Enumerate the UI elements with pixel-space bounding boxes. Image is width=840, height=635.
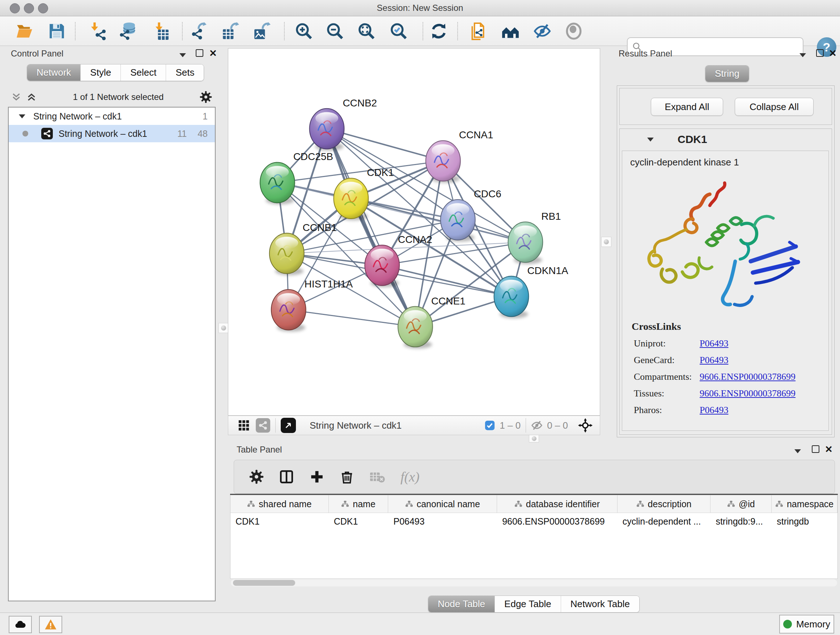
column-header-name[interactable]: name (329, 495, 388, 513)
tab-sets[interactable]: Sets (166, 65, 204, 81)
column-header-shared-name[interactable]: shared name (231, 495, 329, 513)
table-row[interactable]: CDK1CDK1P064939606.ENSP00000378699cyclin… (231, 513, 837, 530)
save-session-button[interactable] (47, 21, 67, 41)
export-image-button[interactable] (252, 21, 272, 41)
zoom-in-button[interactable] (294, 21, 314, 41)
network-node-rb1[interactable] (508, 222, 543, 264)
column-header-canonical-name[interactable]: canonical name (388, 495, 497, 513)
delete-table-icon[interactable] (369, 470, 385, 484)
tab-node-table[interactable]: Node Table (428, 596, 494, 612)
table-cell[interactable]: CDK1 (231, 516, 329, 527)
expand-all-icon[interactable] (26, 92, 37, 103)
network-node-cdc6[interactable] (441, 200, 475, 241)
cdk1-entry-header[interactable]: CDK1 (620, 129, 832, 150)
network-node-cdc25b[interactable] (260, 162, 295, 204)
table-cell[interactable]: 9606.ENSP00000378699 (497, 516, 617, 527)
zoom-fit-button[interactable] (356, 21, 377, 41)
share-view-icon[interactable] (256, 418, 270, 432)
network-canvas[interactable]: CCNB2CCNA1CDC25BCDK1CDC6RB1CCNB1CCNA2CDK… (228, 48, 600, 416)
column-header--id[interactable]: @id (711, 495, 772, 513)
network-graph[interactable]: CCNB2CCNA1CDC25BCDK1CDC6RB1CCNB1CCNA2CDK… (228, 49, 600, 415)
expand-all-button[interactable]: Expand All (651, 98, 723, 116)
tab-network[interactable]: Network (27, 65, 80, 81)
network-edge[interactable] (382, 265, 511, 296)
zoom-selected-button[interactable] (388, 21, 409, 41)
add-column-icon[interactable] (309, 469, 325, 485)
network-from-file-button[interactable] (468, 21, 488, 41)
crosslink-link[interactable]: P06493 (699, 405, 728, 416)
tab-edge-table[interactable]: Edge Table (494, 596, 561, 612)
tab-network-table[interactable]: Network Table (561, 596, 639, 612)
import-network-file-button[interactable] (88, 21, 108, 41)
collapse-all-icon[interactable] (11, 92, 22, 103)
network-node-cdkn1a[interactable] (494, 276, 529, 318)
network-node-ccna2[interactable] (365, 245, 399, 287)
crosslink-link[interactable]: P06493 (699, 355, 728, 366)
entry-expander-icon[interactable] (647, 138, 654, 141)
table-cell[interactable]: P06493 (388, 516, 497, 527)
network-node-cdk1[interactable] (333, 178, 368, 220)
collection-expander-icon[interactable] (19, 114, 25, 119)
network-node-ccne1[interactable] (398, 307, 433, 348)
network-edge[interactable] (327, 129, 415, 327)
scrollbar-thumb[interactable] (233, 580, 295, 586)
selected-checkbox-icon[interactable] (485, 420, 495, 431)
panel-menu-icon[interactable] (794, 448, 801, 455)
table-cell[interactable]: stringdb (772, 516, 837, 527)
grid-view-icon[interactable] (238, 419, 250, 432)
home-button[interactable] (500, 21, 521, 41)
tab-string[interactable]: String (706, 65, 749, 82)
delete-column-icon[interactable] (340, 470, 354, 484)
crosslink-link[interactable]: 9606.ENSP00000378699 (699, 371, 796, 382)
float-panel-icon[interactable] (812, 445, 819, 454)
pan-crosshair-icon[interactable] (578, 418, 592, 432)
table-cell[interactable]: CDK1 (329, 516, 388, 527)
table-cell[interactable]: stringdb:9... (711, 516, 772, 527)
bottom-splitter-handle[interactable] (529, 434, 539, 442)
right-splitter-handle[interactable] (601, 237, 611, 247)
network-row-selected[interactable]: String Network – cdk1 11 48 (9, 125, 215, 142)
column-header-database-identifier[interactable]: database identifier (497, 495, 617, 513)
panel-menu-icon[interactable] (180, 52, 186, 59)
crosslink-link[interactable]: P06493 (699, 338, 728, 349)
panel-menu-icon[interactable] (799, 52, 806, 59)
collapse-all-button[interactable]: Collapse All (735, 98, 813, 116)
network-node-ccnb1[interactable] (270, 233, 304, 275)
warning-button[interactable] (39, 616, 62, 633)
close-panel-icon[interactable]: ✕ (825, 444, 833, 455)
open-session-button[interactable] (14, 21, 35, 41)
network-edge[interactable] (289, 310, 415, 327)
node-table[interactable]: shared namenamecanonical namedatabase id… (230, 495, 838, 579)
import-table-button[interactable] (150, 21, 171, 41)
network-collection-row[interactable]: String Network – cdk1 1 (9, 108, 215, 125)
tab-style[interactable]: Style (80, 65, 120, 81)
show-columns-icon[interactable] (279, 469, 294, 485)
network-node-ccnb2[interactable] (309, 109, 344, 150)
update-network-button[interactable] (429, 21, 449, 41)
network-node-ccna1[interactable] (426, 141, 461, 182)
birdseye-toggle-icon[interactable] (281, 418, 296, 433)
tab-select[interactable]: Select (120, 65, 166, 81)
export-network-button[interactable] (189, 21, 210, 41)
close-panel-icon[interactable]: ✕ (209, 48, 217, 59)
left-splitter-handle[interactable] (218, 323, 229, 333)
hide-selection-button[interactable] (532, 21, 553, 41)
column-header-description[interactable]: description (617, 495, 711, 513)
float-panel-icon[interactable] (196, 49, 203, 58)
memory-button[interactable]: Memory (779, 615, 834, 633)
export-table-button[interactable] (220, 21, 240, 41)
show-all-button[interactable] (564, 21, 584, 41)
gear-icon[interactable] (200, 91, 212, 103)
network-node-hist1h1a[interactable] (271, 290, 306, 332)
table-cell[interactable]: cyclin-dependent ... (617, 516, 711, 527)
table-horizontal-scrollbar[interactable] (231, 579, 837, 586)
close-panel-icon[interactable]: ✕ (829, 48, 837, 59)
cloud-button[interactable] (9, 616, 32, 633)
table-settings-gear-icon[interactable] (249, 470, 264, 484)
zoom-out-button[interactable] (325, 21, 345, 41)
crosslink-link[interactable]: 9606.ENSP00000378699 (699, 388, 796, 399)
import-network-database-button[interactable] (118, 21, 138, 41)
column-header-namespace[interactable]: namespace (772, 495, 837, 513)
float-panel-icon[interactable] (816, 49, 824, 58)
function-builder-button[interactable]: f(x) (401, 469, 420, 485)
